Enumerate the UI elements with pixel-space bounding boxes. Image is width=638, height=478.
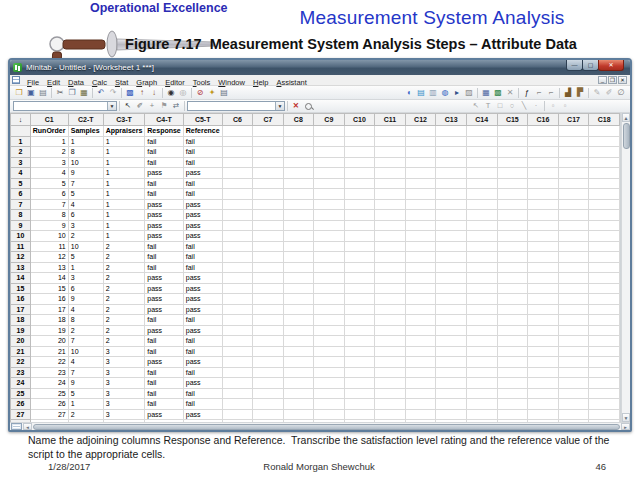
worksheet-cell[interactable] [375,262,406,273]
worksheet-cell[interactable] [466,409,497,420]
worksheet-cell[interactable] [283,304,313,315]
worksheet-cell[interactable] [344,325,375,336]
worksheet-cell[interactable]: fail [145,147,183,158]
worksheet-cell[interactable] [344,199,375,210]
worksheet-cell[interactable] [222,409,252,420]
worksheet-cell[interactable]: 3 [103,346,145,357]
worksheet-cell[interactable]: pass [145,210,183,221]
worksheet-cell[interactable] [528,157,559,168]
worksheet-cell[interactable]: 11 [30,241,68,252]
worksheet-cell[interactable]: 8 [68,315,103,326]
column-header-C15[interactable]: C15 [497,114,528,126]
worksheet-cell[interactable]: 2 [103,336,145,347]
worksheet-cell[interactable] [405,157,436,168]
worksheet-cell[interactable] [528,147,559,158]
worksheet-cell[interactable] [405,283,436,294]
worksheet-cell[interactable]: 1 [103,147,145,158]
variable-name-cell[interactable]: Appraisers [103,126,145,137]
worksheet-cell[interactable] [466,315,497,326]
worksheet-cell[interactable] [405,241,436,252]
worksheet-cell[interactable] [253,210,283,221]
worksheet-cell[interactable] [405,378,436,389]
worksheet-cell[interactable] [466,262,497,273]
worksheet-cell[interactable]: 14 [30,273,68,284]
worksheet-cell[interactable] [344,241,375,252]
worksheet-cell[interactable] [497,325,528,336]
worksheet-cell[interactable] [589,315,620,326]
worksheet-cell[interactable] [589,178,620,189]
worksheet-cell[interactable] [497,178,528,189]
worksheet-cell[interactable]: 17 [30,304,68,315]
worksheet-cell[interactable] [558,325,589,336]
worksheet-cell[interactable] [405,315,436,326]
worksheet-cell[interactable] [222,262,252,273]
worksheet-cell[interactable]: 10 [68,346,103,357]
column-header-C7[interactable]: C7 [253,114,283,126]
row-header-3[interactable]: 3 [11,157,31,168]
worksheet-cell[interactable]: pass [183,294,222,305]
worksheet-cell[interactable]: 2 [103,283,145,294]
worksheet-cell[interactable] [314,367,344,378]
worksheet-cell[interactable] [405,273,436,284]
variable-name-cell[interactable] [589,126,620,137]
worksheet-cell[interactable] [253,273,283,284]
worksheet-cell[interactable] [375,304,406,315]
close-button[interactable]: ✕ [598,60,624,71]
worksheet-cell[interactable] [528,189,559,200]
child-close-button[interactable]: ✕ [618,76,627,84]
worksheet-cell[interactable]: fail [145,136,183,147]
worksheet-cell[interactable] [375,388,406,399]
worksheet-cell[interactable]: 8 [30,210,68,221]
worksheet-cell[interactable] [253,220,283,231]
worksheet-cell[interactable] [283,157,313,168]
variable-name-cell[interactable] [405,126,436,137]
worksheet-cell[interactable]: 5 [68,189,103,200]
worksheet-cell[interactable] [283,178,313,189]
worksheet-cell[interactable] [314,336,344,347]
worksheet-cell[interactable] [222,199,252,210]
worksheet-cell[interactable] [283,325,313,336]
column-header-C11[interactable]: C11 [375,114,406,126]
worksheet-cell[interactable] [528,336,559,347]
worksheet-cell[interactable]: 3 [103,378,145,389]
worksheet-cell[interactable] [436,147,467,158]
marker-tool-icon[interactable]: · [530,101,542,112]
row-header-20[interactable]: 20 [11,336,31,347]
child-restore-button[interactable]: ❐ [608,76,617,84]
worksheet-cell[interactable] [466,346,497,357]
worksheet-cell[interactable]: pass [145,273,183,284]
worksheet-cell[interactable] [375,367,406,378]
worksheet-cell[interactable]: fail [145,367,183,378]
column-header-C1[interactable]: C1 [30,114,68,126]
worksheet-cell[interactable]: fail [183,388,222,399]
zoom-icon[interactable] [302,101,314,112]
worksheet-cell[interactable]: fail [183,136,222,147]
line-tool-icon[interactable]: ╲ [518,101,530,112]
show-report-icon[interactable]: ▨ [463,87,475,98]
stat-chart-icon[interactable]: ▟ [562,87,574,98]
worksheet-cell[interactable] [375,273,406,284]
column-header-C3-T[interactable]: C3-T [103,114,145,126]
worksheet-cell[interactable] [375,294,406,305]
worksheet-cell[interactable]: 5 [30,178,68,189]
worksheet-cell[interactable] [405,220,436,231]
worksheet-cell[interactable] [253,199,283,210]
worksheet-cell[interactable]: 1 [103,168,145,179]
worksheet-cell[interactable] [528,388,559,399]
worksheet-cell[interactable]: 24 [30,378,68,389]
worksheet-cell[interactable]: 9 [68,378,103,389]
worksheet-cell[interactable]: pass [145,304,183,315]
worksheet-cell[interactable] [344,262,375,273]
worksheet-cell[interactable] [314,315,344,326]
worksheet-cell[interactable]: fail [183,252,222,263]
worksheet-cell[interactable] [558,199,589,210]
row-header-19[interactable]: 19 [11,325,31,336]
worksheet-cell[interactable] [589,157,620,168]
worksheet-cell[interactable]: 7 [68,178,103,189]
worksheet-cell[interactable]: 27 [30,409,68,420]
worksheet-cell[interactable]: 8 [68,147,103,158]
worksheet-cell[interactable] [375,231,406,242]
worksheet-cell[interactable]: 5 [68,388,103,399]
worksheet-cell[interactable] [405,252,436,263]
worksheet-cell[interactable]: fail [145,399,183,410]
